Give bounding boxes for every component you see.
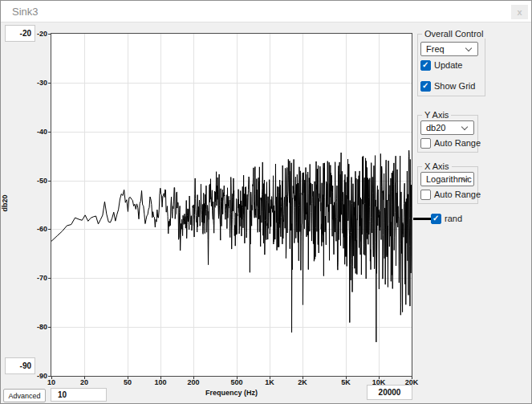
y-tick-label: -20: [25, 30, 47, 38]
y-tick-mark: [48, 34, 51, 35]
x-auto-range-checkbox-label: Auto Range: [434, 190, 481, 199]
x-tick-mark: [51, 377, 52, 379]
plot-frame: [51, 33, 412, 377]
y-tick-label: -50: [25, 177, 47, 185]
x-tick-label: 5K: [341, 378, 351, 386]
y-tick-label: -90: [25, 372, 47, 380]
show-grid-checkbox-label: Show Grid: [434, 81, 475, 91]
x-tick-label: 1K: [265, 378, 274, 386]
x-tick-label: 20K: [405, 378, 419, 386]
y-tick-label: -60: [25, 225, 47, 233]
x-tick-mark: [270, 377, 270, 379]
overall-control-dropdown[interactable]: Freq: [420, 42, 478, 56]
y-axis-title: db20: [1, 178, 9, 229]
y-tick-mark: [48, 229, 51, 230]
x-axis-group-title: X Axis: [422, 161, 452, 171]
chevron-down-icon: [465, 45, 472, 51]
y-tick-mark: [48, 278, 51, 279]
y-tick-label: -70: [25, 274, 47, 282]
x-tick-mark: [412, 377, 412, 379]
x-tick-label: 2K: [298, 378, 307, 386]
y-tick-mark: [48, 132, 51, 133]
y-axis-group-title: Y Axis: [422, 110, 451, 120]
x-axis-title: Frequency (Hz): [145, 389, 318, 397]
advanced-button[interactable]: Advanced: [3, 389, 46, 402]
update-checkbox[interactable]: [420, 60, 431, 71]
legend-series-label: rand: [445, 214, 462, 223]
y-tick-mark: [48, 376, 51, 377]
x-tick-label: 20: [80, 378, 88, 386]
chevron-down-icon: [461, 124, 468, 130]
x-tick-mark: [193, 377, 194, 379]
overall-control-dropdown-value: Freq: [426, 44, 445, 54]
window-title: Sink3: [12, 6, 39, 18]
y-tick-label: -40: [25, 128, 47, 136]
legend-line-swatch: [413, 218, 431, 220]
y-auto-range-checkbox-label: Auto Range: [434, 138, 481, 148]
close-icon[interactable]: x: [511, 5, 528, 19]
x-tick-label: 50: [124, 378, 132, 386]
y-tick-label: -80: [25, 323, 47, 331]
x-auto-range-checkbox[interactable]: [420, 190, 431, 200]
x-min-field[interactable]: [51, 388, 107, 402]
y-axis-dropdown[interactable]: db20: [420, 120, 474, 135]
x-tick-mark: [237, 377, 238, 379]
y-tick-label: -30: [25, 79, 47, 87]
x-tick-label: 200: [187, 378, 199, 386]
x-tick-mark: [128, 377, 128, 379]
y-auto-range-checkbox[interactable]: [420, 138, 431, 149]
x-tick-mark: [84, 377, 85, 379]
show-grid-checkbox[interactable]: [420, 81, 431, 92]
x-tick-label: 500: [231, 378, 243, 386]
overall-control-group-title: Overall Control: [422, 29, 485, 39]
x-tick-label: 100: [155, 378, 167, 386]
y-tick-mark: [48, 181, 51, 182]
x-tick-mark: [379, 377, 380, 379]
x-tick-mark: [303, 377, 303, 379]
x-tick-mark: [346, 377, 347, 379]
spectrum-plot-canvas[interactable]: [51, 34, 412, 376]
x-tick-label: 10K: [372, 378, 386, 386]
x-max-field[interactable]: [367, 385, 412, 400]
titlebar: Sink3 x: [1, 1, 531, 22]
x-axis-dropdown[interactable]: Logarithmic: [420, 172, 474, 186]
x-tick-label: 10: [47, 378, 55, 386]
sink-plot-window: Sink3 x Advanced 1020501002005001K2K5K10…: [0, 0, 532, 404]
y-tick-mark: [48, 327, 51, 328]
y-tick-mark: [48, 83, 51, 84]
y-axis-dropdown-value: db20: [426, 123, 445, 133]
update-checkbox-label: Update: [434, 60, 462, 70]
x-tick-mark: [160, 377, 161, 379]
legend-rand-checkbox[interactable]: [431, 214, 441, 224]
